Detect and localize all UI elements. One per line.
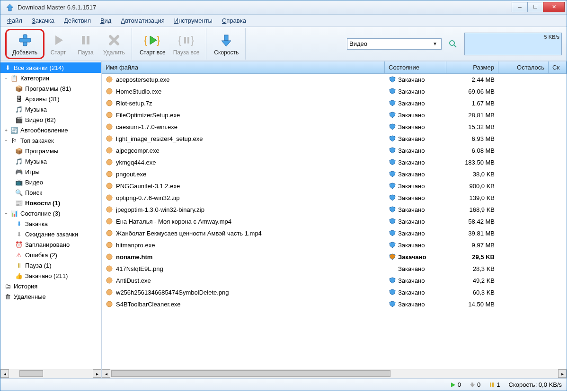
column-status[interactable]: Состояние [385,61,446,73]
tree-state[interactable]: −📊Состояние (3) [0,208,101,218]
table-row[interactable]: ykmgq444.exeЗакачано183,50 MB [102,157,567,168]
table-row[interactable]: AntiDust.exeЗакачано49,2 KB [102,275,567,287]
category-input[interactable] [349,40,431,47]
tree-deleted[interactable]: 🗑Удаленные [0,291,101,302]
status-text: Закачано [398,301,425,308]
game-icon: 🎮 [15,168,23,175]
tree-programs[interactable]: 📦Программы (81) [0,83,101,94]
pause-button[interactable]: Пауза [72,31,99,57]
column-speed-short[interactable]: Ск [549,61,567,73]
scroll-right-icon[interactable]: ▸ [93,369,101,378]
tree-autoupdate[interactable]: +🔄Автообновление [0,125,101,135]
tree-history[interactable]: 🗂История [0,281,101,291]
table-row[interactable]: ajpegcompr.exeЗакачано6,08 MB [102,145,567,157]
table-row[interactable]: hitmanpro.exeЗакачано9,97 MB [102,239,567,251]
column-size[interactable]: Размер [446,61,498,73]
scroll-left-icon[interactable]: ◂ [102,369,110,378]
tree-video[interactable]: 🎬Видео (62) [0,114,101,125]
tree-top-news[interactable]: 📰Новости (1) [0,198,101,208]
file-name: hitmanpro.exe [116,242,155,249]
speed-button[interactable]: Скорость [210,31,242,57]
maximize-button[interactable]: ☐ [527,2,543,12]
file-name: 417NslqtE9L.png [116,265,163,272]
file-name: FileOptimizerSetup.exe [116,112,180,119]
table-row[interactable]: 417NslqtE9L.pngЗакачано28,3 KB [102,263,567,275]
shield-icon [389,206,396,213]
menu-view[interactable]: Вид [97,16,115,25]
shield-icon [389,170,396,178]
tree-state-waiting[interactable]: ⬇Ожидание закачки [0,229,101,239]
category-select[interactable]: ▼ [347,38,442,50]
menu-automation[interactable]: Автоматизация [117,16,168,25]
table-row[interactable]: light_image_resizer4_setup.exeЗакачано6,… [102,133,567,145]
grid-body[interactable]: acepostersetup.exeЗакачано2,44 MBHomeStu… [102,74,567,369]
tree-music[interactable]: 🎵Музыка [0,104,101,114]
start-button[interactable]: Старт [44,31,72,57]
tree-top[interactable]: −🏳Топ закачек [0,135,101,146]
menubar: Файл Закачка Действия Вид Автоматизация … [0,15,567,27]
table-row[interactable]: jpegoptim-1.3.0-win32-binary.zipЗакачано… [102,204,567,216]
table-row[interactable]: pngout.exeЗакачано38,0 KB [102,168,567,180]
menu-file[interactable]: Файл [3,16,26,25]
search-icon[interactable] [448,39,458,49]
tree-state-done[interactable]: 👍Закачано (211) [0,270,101,281]
table-row[interactable]: Жанболат Бекмусаев ценности Амвэй часть … [102,227,567,239]
status-text: Закачано [398,289,425,296]
menu-actions[interactable]: Действия [60,16,95,25]
pause-icon [489,382,495,388]
close-button[interactable]: ✕ [543,2,565,12]
table-row[interactable]: S4BToolbarCleaner.exeЗакачано14,50 MB [102,298,567,310]
table-row[interactable]: HomeStudio.exeЗакачано69,06 MB [102,86,567,97]
thumbsup-icon [106,288,113,296]
main-hscroll[interactable]: ◂ ▸ [102,369,567,378]
menu-download[interactable]: Закачка [28,16,58,25]
delete-button[interactable]: Удалить [99,31,129,57]
menu-help[interactable]: Справка [218,16,250,25]
tree-state-planned[interactable]: ⏰Запланировано [0,239,101,250]
table-row[interactable]: optipng-0.7.6-win32.zipЗакачано139,0 KB [102,192,567,204]
table-row[interactable]: w256h2561346685474SymbolDelete.pngЗакача… [102,287,567,298]
thumbsup-icon [106,300,113,308]
svg-point-18 [106,88,112,94]
pause-all-button[interactable]: {} Пауза все [169,31,204,57]
table-row[interactable]: Ена Наталья - Моя корона с Amway.mp4Зака… [102,216,567,227]
svg-text:{: { [178,34,181,46]
tree-all-downloads[interactable]: ⬇Все закачки (214) [0,62,101,73]
svg-point-27 [106,195,112,200]
tree-state-download[interactable]: ⬇Закачка [0,218,101,229]
tree-top-games[interactable]: 🎮Игры [0,166,101,177]
table-row[interactable]: Riot-setup.7zЗакачано1,67 MB [102,97,567,109]
file-name: ykmgq444.exe [116,159,156,166]
column-remain[interactable]: Осталось [498,61,549,73]
tree-top-video[interactable]: 📺Видео [0,177,101,187]
table-row[interactable]: caesium-1.7.0-win.exeЗакачано15,32 MB [102,121,567,133]
table-row[interactable]: acepostersetup.exeЗакачано2,44 MB [102,74,567,86]
scroll-thumb[interactable] [19,370,43,377]
refresh-icon: 🔄 [10,127,18,134]
svg-rect-5 [87,36,89,44]
menu-tools[interactable]: Инструменты [170,16,216,25]
scroll-thumb[interactable] [111,370,390,377]
minimize-button[interactable]: ─ [512,2,528,12]
start-all-button[interactable]: {} Старт все [136,31,169,57]
status-text: Закачано [398,147,425,154]
tree-top-programs[interactable]: 📦Программы [0,146,101,156]
scroll-right-icon[interactable]: ▸ [558,369,567,378]
add-button[interactable]: Добавить [9,31,41,57]
tree-top-music[interactable]: 🎵Музыка [0,156,101,166]
table-row[interactable]: noname.htmЗакачано29,5 KB [102,251,567,263]
dropdown-arrow-icon[interactable]: ▼ [431,41,439,46]
tree-categories[interactable]: −📋Категории [0,73,101,83]
sidebar-hscroll[interactable]: ◂ ▸ [0,369,101,378]
tree-state-pause[interactable]: ⏸Пауза (1) [0,260,101,270]
table-row[interactable]: FileOptimizerSetup.exeЗакачано28,81 MB [102,109,567,121]
shield-icon [389,300,396,308]
tree-top-search[interactable]: 🔍Поиск [0,187,101,198]
table-row[interactable]: PNGGauntlet-3.1.2.exeЗакачано900,0 KB [102,180,567,192]
column-name[interactable]: Имя файла [102,61,385,73]
tree-state-error[interactable]: ⚠Ошибка (2) [0,250,101,260]
tree-archives[interactable]: 🗄Архивы (31) [0,94,101,104]
scroll-left-icon[interactable]: ◂ [0,369,9,378]
shield-icon [389,76,396,83]
file-name: AntiDust.exe [116,277,151,284]
